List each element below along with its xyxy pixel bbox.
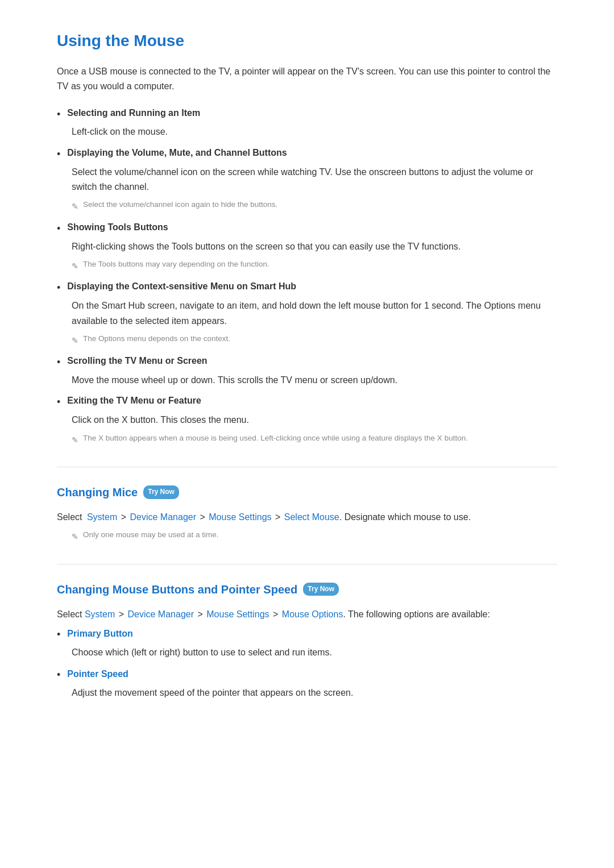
bullet-body-selecting: Left-click on the mouse. — [72, 124, 557, 139]
sub-bullet-dot-pointer: • — [57, 667, 60, 683]
sub-bullet-body-pointer: Adjust the movement speed of the pointer… — [72, 686, 557, 700]
nav-arrow-2-buttons: > — [197, 609, 205, 619]
sub-bullet-dot-primary: • — [57, 626, 60, 643]
bullet-body-context: On the Smart Hub screen, navigate to an … — [72, 298, 557, 329]
try-now-badge-buttons[interactable]: Try Now — [303, 583, 339, 596]
changing-buttons-title: Changing Mouse Buttons and Pointer Speed… — [57, 580, 557, 599]
nav-arrow-1-buttons: > — [119, 609, 127, 619]
changing-mice-nav-prefix: Select — [57, 512, 82, 522]
divider-1 — [57, 467, 557, 467]
bullet-dot-exiting: • — [57, 394, 60, 410]
note-pencil-icon-context: ✎ — [72, 334, 78, 347]
bullet-body-scrolling: Move the mouse wheel up or down. This sc… — [72, 373, 557, 388]
bullet-heading-volume: Displaying the Volume, Mute, and Channel… — [67, 146, 287, 160]
bullet-exiting: • Exiting the TV Menu or Feature Click o… — [57, 393, 557, 446]
note-text-volume: Select the volume/channel icon again to … — [83, 199, 277, 210]
note-pencil-icon-tools: ✎ — [72, 260, 78, 272]
note-pencil-icon-exiting: ✎ — [72, 434, 78, 446]
changing-mice-section: Changing Mice Try Now Select System > De… — [57, 483, 557, 543]
nav-link-mousesettings-mice[interactable]: Mouse Settings — [209, 512, 271, 522]
sub-bullet-primary: • Primary Button Choose which (left or r… — [57, 626, 557, 660]
main-bullets-list: • Selecting and Running an Item Left-cli… — [57, 106, 557, 446]
sub-bullet-heading-pointer: Pointer Speed — [67, 667, 128, 682]
nav-link-devmgr-mice[interactable]: Device Manager — [130, 512, 197, 522]
changing-buttons-nav-prefix: Select — [57, 609, 82, 619]
bullet-dot-tools: • — [57, 221, 60, 237]
bullet-dot-context: • — [57, 280, 60, 296]
nav-link-mousesettings-buttons[interactable]: Mouse Settings — [206, 609, 269, 619]
note-text-exiting: The X button appears when a mouse is bei… — [83, 433, 468, 444]
sub-bullet-body-primary: Choose which (left or right) button to u… — [72, 645, 557, 660]
nav-arrow-2-mice: > — [200, 512, 208, 522]
try-now-badge-mice[interactable]: Try Now — [143, 485, 179, 499]
changing-mice-title-text: Changing Mice — [57, 483, 138, 501]
bullet-dot-scrolling: • — [57, 354, 60, 371]
page-container: Using the Mouse Once a USB mouse is conn… — [34, 0, 580, 764]
bullet-heading-tools: Showing Tools Buttons — [67, 220, 168, 235]
note-text-context: The Options menu depends on the context. — [83, 333, 230, 344]
nav-link-mouseoptions-buttons[interactable]: Mouse Options — [282, 609, 343, 619]
bullet-body-exiting: Click on the X button. This closes the m… — [72, 413, 557, 427]
nav-arrow-1-mice: > — [121, 512, 129, 522]
bullet-volume: • Displaying the Volume, Mute, and Chann… — [57, 146, 557, 213]
changing-buttons-nav: Select System > Device Manager > Mouse S… — [57, 607, 557, 622]
bullet-selecting: • Selecting and Running an Item Left-cli… — [57, 106, 557, 140]
nav-period-buttons: . — [343, 609, 348, 619]
changing-mice-title: Changing Mice Try Now — [57, 483, 557, 501]
note-volume: ✎ Select the volume/channel icon again t… — [72, 199, 557, 213]
bullet-tools: • Showing Tools Buttons Right-clicking s… — [57, 220, 557, 273]
nav-link-selectmouse-mice[interactable]: Select Mouse — [284, 512, 339, 522]
changing-mice-nav-suffix: Designate which mouse to use. — [345, 512, 471, 522]
bullet-heading-selecting: Selecting and Running an Item — [67, 106, 200, 121]
note-context: ✎ The Options menu depends on the contex… — [72, 333, 557, 347]
nav-link-system-mice[interactable]: System — [87, 512, 117, 522]
note-mice: ✎ Only one mouse may be used at a time. — [72, 529, 557, 543]
note-text-mice: Only one mouse may be used at a time. — [83, 529, 219, 541]
note-pencil-icon-mice: ✎ — [72, 530, 78, 543]
note-exiting: ✎ The X button appears when a mouse is b… — [72, 433, 557, 446]
note-pencil-icon-volume: ✎ — [72, 200, 78, 213]
bullet-heading-exiting: Exiting the TV Menu or Feature — [67, 393, 201, 408]
nav-arrow-3-buttons: > — [273, 609, 281, 619]
changing-mice-nav: Select System > Device Manager > Mouse S… — [57, 509, 557, 525]
note-text-tools: The Tools buttons may vary depending on … — [83, 259, 269, 270]
bullet-heading-scrolling: Scrolling the TV Menu or Screen — [67, 354, 207, 368]
divider-2 — [57, 564, 557, 564]
changing-buttons-title-text: Changing Mouse Buttons and Pointer Speed — [57, 580, 297, 599]
nav-link-system-buttons[interactable]: System — [85, 609, 115, 619]
page-title: Using the Mouse — [57, 28, 557, 54]
nav-arrow-3-mice: > — [275, 512, 283, 522]
bullet-scrolling: • Scrolling the TV Menu or Screen Move t… — [57, 354, 557, 388]
changing-buttons-section: Changing Mouse Buttons and Pointer Speed… — [57, 580, 557, 701]
bullet-dot-volume: • — [57, 146, 60, 163]
bullet-body-volume: Select the volume/channel icon on the sc… — [72, 165, 557, 195]
bullet-dot-selecting: • — [57, 106, 60, 123]
bullet-heading-context: Displaying the Context-sensitive Menu on… — [67, 279, 296, 294]
nav-suffix-mice: . — [339, 512, 345, 522]
intro-text: Once a USB mouse is connected to the TV,… — [57, 64, 557, 94]
changing-buttons-nav-suffix: The following options are available: — [348, 609, 490, 619]
sub-bullet-pointer: • Pointer Speed Adjust the movement spee… — [57, 667, 557, 700]
bullet-context: • Displaying the Context-sensitive Menu … — [57, 279, 557, 347]
note-tools: ✎ The Tools buttons may vary depending o… — [72, 259, 557, 272]
nav-link-devmgr-buttons[interactable]: Device Manager — [128, 609, 194, 619]
sub-bullet-heading-primary: Primary Button — [67, 626, 133, 641]
bullet-body-tools: Right-clicking shows the Tools buttons o… — [72, 239, 557, 254]
